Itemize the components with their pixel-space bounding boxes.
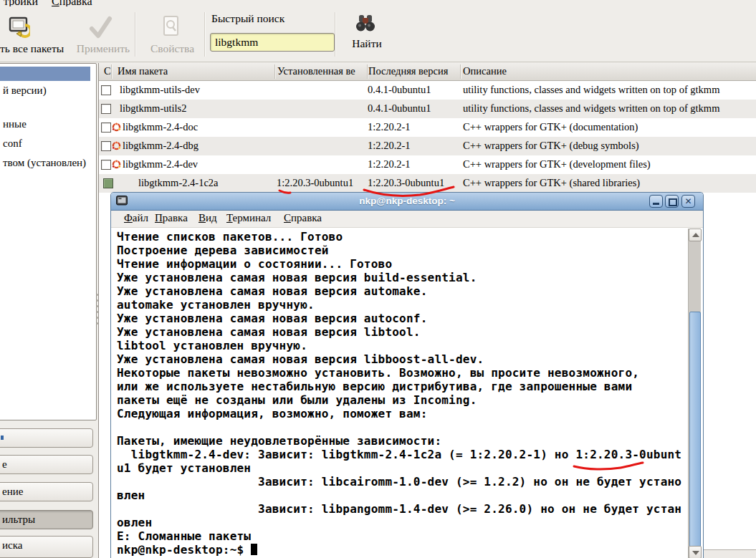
package-latest-version: 0.4.1-0ubuntu1: [368, 102, 431, 115]
terminal-line: Следующая информация, возможно, поможет …: [117, 407, 681, 420]
filter-list-panel: й версии) нные conf твом (установлен): [0, 63, 97, 420]
table-row[interactable]: libgtkmm-2.4-dbg 1:2.20.2-1 C++ wrappers…: [99, 137, 756, 155]
package-status-checkbox[interactable]: [101, 122, 111, 133]
menu-item-edit[interactable]: Правка: [155, 212, 188, 224]
close-button[interactable]: ✕: [681, 195, 695, 208]
sections-button[interactable]: [0, 428, 93, 448]
scrollbar-thumb[interactable]: [689, 312, 701, 558]
statusbar-corner: [700, 549, 756, 558]
package-status-checkbox[interactable]: [101, 160, 111, 170]
reload-icon: [9, 16, 30, 40]
table-row[interactable]: libgtkmm-2.4-dev 1:2.20.2-1 C++ wrappers…: [99, 155, 756, 174]
table-row[interactable]: libgtkmm-2.4-doc 1:2.20.2-1 C++ wrappers…: [99, 118, 756, 137]
table-row[interactable]: libgtkmm-2.4-1c2a 1:2.20.3-0ubuntu1 1:2.…: [99, 174, 756, 193]
package-description: utility functions, classes and widgets w…: [463, 84, 719, 96]
terminal-line: u1 будет установлен: [117, 461, 681, 475]
menu-item-help[interactable]: Справка: [284, 212, 322, 224]
maximize-button[interactable]: [665, 195, 679, 208]
terminal-line: Уже установлена самая новая версия autom…: [117, 284, 681, 298]
properties-icon: [162, 15, 181, 38]
splitter-handle[interactable]: [96, 305, 98, 307]
ubuntu-supported-icon: [112, 122, 121, 132]
search-input[interactable]: [210, 33, 335, 52]
status-button[interactable]: е: [0, 455, 93, 474]
terminal-line: овлен: [117, 516, 681, 529]
toolbar-separator: [335, 12, 336, 57]
binoculars-icon: [355, 14, 376, 32]
package-description: utility functions, classes and widgets w…: [463, 102, 719, 115]
package-status-checkbox[interactable]: [101, 104, 111, 114]
terminal-line: Уже установлена самая новая версия build…: [117, 271, 681, 284]
terminal-line: libgtkmm-2.4-dev: Зависит: libgtkmm-2.4-…: [117, 448, 681, 461]
terminal-line: пакеты ещё не созданы или были удалены и…: [117, 393, 681, 407]
package-installed-version: 1:2.20.3-0ubuntu1: [277, 177, 353, 189]
table-header: С Имя пакета Установленная ве Последняя …: [99, 63, 756, 81]
custom-filters-button[interactable]: ильтры: [0, 510, 93, 529]
ubuntu-supported-icon: [112, 141, 121, 150]
package-name: libgtkmm-2.4-dbg: [123, 140, 198, 152]
terminal-line: libtool установлен вручную.: [117, 339, 681, 352]
column-separator[interactable]: [111, 64, 113, 79]
splitter-handle[interactable]: [96, 311, 98, 313]
package-status-checkbox[interactable]: [101, 141, 111, 151]
menu-item-file[interactable]: Файл: [124, 212, 148, 224]
package-latest-version: 1:2.20.2-1: [368, 121, 411, 133]
search-results-button[interactable]: иска: [0, 536, 93, 558]
column-separator[interactable]: [274, 64, 276, 79]
package-description: C++ wrappers for GTK+ (shared libraries): [463, 177, 640, 189]
column-header-latest[interactable]: Последняя версия: [368, 65, 459, 77]
column-header-status[interactable]: С: [104, 65, 111, 77]
filter-item-selected[interactable]: [0, 67, 90, 81]
column-header-description[interactable]: Описание: [463, 65, 507, 77]
terminal-line: Зависит: libpangomm-1.4-dev (>= 2.26.0) …: [117, 502, 681, 516]
terminal-titlebar[interactable]: nkp@nkp-desktop: ~ ✕: [111, 193, 703, 211]
package-latest-version: 1:2.20.2-1: [368, 158, 411, 170]
terminal-window[interactable]: nkp@nkp-desktop: ~ ✕ Файл Правка Вид Тер…: [110, 192, 704, 558]
window-title: nkp@nkp-desktop: ~: [111, 196, 703, 206]
filter-item[interactable]: твом (установлен): [3, 157, 86, 169]
terminal-line: Пакеты, имеющие неудовлетворённые зависи…: [117, 434, 681, 448]
scroll-down-button[interactable]: [689, 546, 702, 558]
button-icon-fragment: [1, 436, 4, 440]
menu-item-view[interactable]: Вид: [198, 212, 217, 224]
package-latest-version: 1:2.20.3-0ubuntu1: [368, 177, 444, 189]
terminal-cursor: [251, 544, 257, 555]
package-name: libgtkmm-utils2: [120, 102, 186, 115]
package-name: libgtkmm-2.4-1c2a: [138, 177, 219, 189]
package-description: C++ wrappers for GTK+ (debug symbols): [463, 140, 639, 152]
filter-item[interactable]: нные: [3, 118, 27, 130]
terminal-line: automake установлен вручную.: [117, 298, 681, 312]
table-row[interactable]: libgtkmm-utils2 0.4.1-0ubuntu1 utility f…: [99, 100, 756, 118]
splitter-handle[interactable]: [96, 299, 98, 302]
menu-item-terminal[interactable]: Терминал: [226, 212, 271, 224]
terminal-line: E: Сломанные пакеты: [117, 529, 681, 543]
package-latest-version: 0.4.1-0ubuntu1: [368, 84, 431, 96]
splitter-handle[interactable]: [96, 294, 98, 296]
package-name: libgtkmm-2.4-dev: [123, 158, 198, 170]
splitter-handle[interactable]: [96, 317, 98, 319]
table-row[interactable]: libgtkmm-utils-dev 0.4.1-0ubuntu1 utilit…: [99, 81, 756, 100]
terminal-line: Зависит: libcairomm-1.0-dev (>= 1.2.2) н…: [117, 475, 681, 489]
terminal-scrollbar[interactable]: [688, 229, 701, 558]
terminal-line: [117, 420, 681, 434]
quick-search-label: Быстрый поиск: [211, 12, 284, 25]
terminal-line: Уже установлена самая новая версия libbo…: [117, 352, 681, 366]
terminal-line: влен: [117, 489, 681, 502]
terminal-content[interactable]: Чтение списков пакетов... Готово Построе…: [111, 229, 703, 558]
column-separator[interactable]: [367, 64, 368, 79]
minimize-button[interactable]: [649, 195, 663, 208]
column-header-installed[interactable]: Установленная ве: [277, 65, 365, 77]
origin-button[interactable]: ение: [0, 482, 93, 501]
filter-item[interactable]: conf: [3, 138, 22, 150]
apply-check-icon: [87, 15, 113, 39]
splitter-handle[interactable]: [96, 322, 98, 324]
desktop-screenshot: тройки Справка ть все пакеты Применить: [0, 0, 756, 558]
filter-item[interactable]: й версии): [3, 85, 47, 97]
terminal-prompt-line: nkp@nkp-desktop:~$: [117, 543, 681, 557]
terminal-line: Построение дерева зависимостей: [117, 244, 681, 257]
column-separator[interactable]: [460, 64, 461, 79]
package-status-checkbox-installed[interactable]: [103, 178, 113, 188]
column-header-name[interactable]: Имя пакета: [118, 65, 168, 77]
package-status-checkbox[interactable]: [101, 85, 111, 95]
scroll-up-button[interactable]: [689, 229, 702, 241]
